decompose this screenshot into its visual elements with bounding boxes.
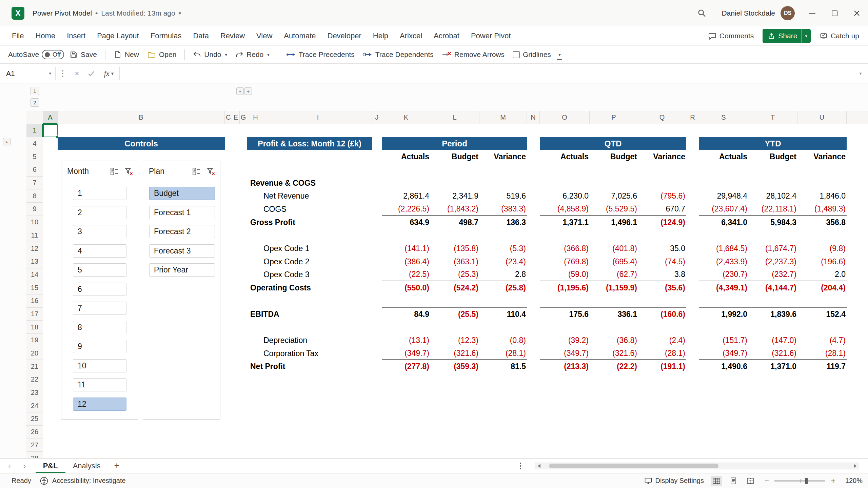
pnl-value[interactable] (590, 229, 638, 242)
pnl-value[interactable] (479, 321, 527, 334)
pnl-value[interactable]: (366.8) (540, 242, 590, 255)
pnl-column-header-variance[interactable]: Variance (797, 150, 847, 163)
pnl-value[interactable]: (1,159.9) (590, 281, 638, 294)
sheet-tab-p-l[interactable]: P&L (36, 459, 65, 473)
pnl-value[interactable]: (204.4) (797, 281, 847, 294)
formula-bar-kebab-icon[interactable] (56, 64, 70, 83)
pnl-value[interactable]: 1,992.0 (699, 308, 748, 321)
pnl-value[interactable] (590, 321, 638, 334)
remove-arrows-button[interactable]: Remove Arrows (439, 48, 507, 61)
pnl-value[interactable]: (232.7) (748, 268, 797, 282)
pnl-value[interactable] (479, 229, 527, 242)
plan-slicer-item-forecast-3[interactable]: Forecast 3 (149, 244, 215, 258)
pnl-row-label-blank[interactable] (247, 321, 382, 334)
pnl-value[interactable] (699, 229, 748, 242)
ribbon-tab-acrobat[interactable]: Acrobat (428, 26, 465, 45)
pnl-value[interactable]: 175.6 (540, 308, 590, 321)
row-header-5[interactable]: 5 (26, 150, 43, 163)
column-header-i[interactable]: I (264, 111, 372, 124)
close-button[interactable] (846, 0, 868, 26)
month-slicer-item-11[interactable]: 11 (73, 378, 126, 391)
display-settings-button[interactable]: Display Settings (644, 477, 704, 485)
user-name[interactable]: Daniel Stockdale (722, 9, 775, 17)
pnl-value[interactable]: (9.8) (797, 242, 847, 255)
insert-function-button[interactable]: fx ▾ (98, 64, 119, 83)
pnl-value[interactable]: (524.2) (430, 281, 479, 294)
undo-button[interactable]: Undo ▾ (190, 48, 230, 61)
add-sheet-button[interactable]: + (108, 459, 126, 473)
qtd-header-bar[interactable]: QTD (540, 137, 686, 150)
pnl-value[interactable] (430, 229, 479, 242)
row-header-15[interactable]: 15 (26, 281, 43, 294)
undo-dropdown-chevron-icon[interactable]: ▾ (225, 52, 228, 57)
pnl-value[interactable]: 5,984.3 (748, 216, 797, 229)
month-slicer-item-9[interactable]: 9 (73, 340, 126, 353)
clear-filter-icon[interactable] (122, 166, 135, 177)
plan-slicer-item-forecast-1[interactable]: Forecast 1 (149, 206, 215, 219)
row-header-11[interactable]: 11 (26, 229, 43, 242)
pnl-value[interactable]: 84.9 (382, 308, 430, 321)
pnl-value[interactable] (797, 229, 847, 242)
column-header-l[interactable]: L (430, 111, 479, 124)
pnl-value[interactable]: (5.3) (479, 242, 527, 255)
pnl-value[interactable]: 498.7 (430, 216, 479, 229)
pnl-value[interactable] (430, 294, 479, 308)
pnl-value[interactable]: (1,674.7) (748, 242, 797, 255)
pnl-value[interactable]: (695.4) (590, 255, 638, 268)
pnl-value[interactable]: (2.4) (638, 334, 686, 347)
name-box[interactable]: A1 ▾ (0, 64, 55, 83)
column-header-r[interactable]: R (686, 111, 699, 124)
month-slicer-item-12[interactable]: 12 (73, 398, 126, 411)
pnl-column-header-variance[interactable]: Variance (638, 150, 686, 163)
pnl-value[interactable] (797, 177, 847, 190)
pnl-column-header-actuals[interactable]: Actuals (699, 150, 748, 163)
column-header-m[interactable]: M (479, 111, 527, 124)
pnl-value[interactable]: 6,230.0 (540, 189, 590, 203)
pnl-value[interactable]: (321.6) (748, 347, 797, 360)
maximize-button[interactable] (823, 0, 846, 26)
next-sheet-icon[interactable]: › (23, 461, 26, 471)
pnl-column-header-actuals[interactable]: Actuals (382, 150, 430, 163)
row-header-25[interactable]: 25 (26, 412, 43, 426)
user-avatar[interactable]: DS (781, 6, 795, 20)
pnl-column-header-actuals[interactable]: Actuals (540, 150, 590, 163)
pnl-row-label-operating-costs[interactable]: Operating Costs (247, 281, 382, 294)
pnl-value[interactable]: 136.3 (479, 216, 527, 229)
pnl-value[interactable]: (135.8) (430, 242, 479, 255)
pnl-value[interactable] (382, 229, 430, 242)
month-slicer-item-8[interactable]: 8 (73, 321, 126, 334)
pnl-value[interactable]: 1,839.6 (748, 308, 797, 321)
month-slicer-item-10[interactable]: 10 (73, 359, 126, 372)
pnl-value[interactable] (479, 294, 527, 308)
ribbon-tab-developer[interactable]: Developer (322, 26, 367, 45)
save-button[interactable]: Save (67, 48, 100, 61)
confirm-entry-button[interactable] (84, 64, 98, 83)
column-header-a[interactable]: A (43, 111, 58, 124)
previous-sheet-icon[interactable]: ‹ (8, 461, 11, 471)
ribbon-tab-automate[interactable]: Automate (278, 26, 321, 45)
pnl-value[interactable]: 2.8 (479, 268, 527, 282)
pnl-value[interactable]: (25.5) (430, 308, 479, 321)
expand-column-group-button[interactable]: + (244, 87, 252, 95)
pnl-row-label-gross-profit[interactable]: Gross Profit (247, 216, 382, 229)
ribbon-tab-data[interactable]: Data (187, 26, 214, 45)
page-break-preview-button[interactable] (745, 476, 756, 486)
column-header-o[interactable]: O (540, 111, 590, 124)
gridlines-toggle[interactable]: Gridlines (510, 48, 554, 61)
pnl-value[interactable]: (22,118.1) (748, 203, 797, 216)
pnl-value[interactable]: (0.8) (479, 334, 527, 347)
multi-select-icon[interactable] (190, 166, 202, 177)
comments-button[interactable]: Comments (704, 28, 758, 43)
ribbon-tab-power-pivot[interactable]: Power Pivot (465, 26, 516, 45)
pnl-column-header-variance[interactable]: Variance (479, 150, 527, 163)
expand-column-group-button[interactable]: + (236, 87, 244, 95)
pnl-row-label-blank[interactable] (247, 294, 382, 308)
pnl-value[interactable]: 29,948.4 (699, 189, 748, 203)
pnl-row-label-blank[interactable] (247, 229, 382, 242)
pnl-value[interactable]: (2,433.9) (699, 255, 748, 268)
pnl-value[interactable] (540, 229, 590, 242)
pnl-row-label-net-revenue[interactable]: Net Revenue (247, 189, 382, 203)
pnl-value[interactable]: (4,858.9) (540, 203, 590, 216)
pnl-value[interactable]: 2,341.9 (430, 189, 479, 203)
page-layout-view-button[interactable] (728, 476, 739, 486)
